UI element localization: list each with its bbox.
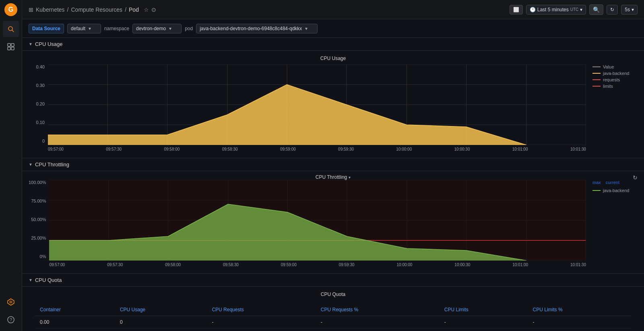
cpu-usage-chart-area: 0.40 0.30 0.20 0.10 0 — [29, 64, 638, 151]
legend-requests-line — [592, 79, 601, 80]
main-content: ⊞ Kubernetes / Compute Resources / Pod ☆… — [22, 0, 644, 331]
grid-icon: ⊞ — [29, 6, 33, 13]
star-icon[interactable]: ☆ — [144, 6, 149, 13]
svg-rect-4 — [8, 43, 10, 46]
cpu-throttling-y-axis: 100.00% 75.00% 50.00% 25.00% 0% — [29, 180, 46, 267]
breadcrumb-pod: Pod — [129, 6, 139, 13]
sidebar-item-plugin[interactable] — [3, 294, 19, 310]
legend-java-backend-line — [592, 73, 601, 74]
cpu-quota-chevron-icon: ▼ — [29, 278, 33, 282]
namespace-key: namespace — [104, 26, 129, 31]
legend-current-label: current — [606, 180, 619, 185]
svg-rect-5 — [11, 43, 14, 46]
clock-icon: 🕐 — [530, 7, 536, 12]
cpu-usage-y-axis: 0.40 0.30 0.20 0.10 0 — [29, 64, 45, 151]
time-range-picker[interactable]: 🕐 Last 5 minutes UTC ▾ — [526, 5, 586, 14]
cpu-throttling-legend: max current java-backend — [589, 180, 638, 267]
topbar-actions: ⬜ 🕐 Last 5 minutes UTC ▾ 🔍 ↻ 5s ▾ — [510, 4, 638, 15]
cpu-usage-x-axis: 09:57:00 09:57:30 09:58:00 09:58:30 09:5… — [48, 147, 586, 151]
legend-throttling-java-line — [592, 190, 601, 191]
cpu-quota-chart-title: CPU Quota — [29, 292, 638, 297]
breadcrumb-compute[interactable]: Compute Resources — [71, 6, 123, 13]
time-range-label: Last 5 minutes — [537, 7, 569, 12]
namespace-select[interactable]: devtron-demo — [132, 24, 182, 33]
cpu-quota-tbody: 0.00 0 - - - - — [35, 316, 631, 329]
screen-icon: ⬜ — [513, 7, 519, 12]
col-container: Container — [35, 304, 115, 316]
cpu-throttling-chart-area: 100.00% 75.00% 50.00% 25.00% 0% — [29, 180, 638, 267]
cpu-throttling-chart-main: 09:57:00 09:57:30 09:58:00 09:58:30 09:5… — [49, 180, 586, 267]
cpu-usage-chevron-icon: ▼ — [29, 42, 33, 46]
cpu-throttling-header[interactable]: ▼ CPU Throttling — [22, 158, 644, 171]
pod-key: pod — [185, 26, 193, 31]
svg-line-3 — [12, 30, 14, 32]
interval-chevron-icon: ▾ — [632, 7, 634, 12]
legend-value-line — [592, 66, 601, 67]
cell-cpu-requests: - — [207, 316, 316, 329]
cpu-quota-header[interactable]: ▼ CPU Quota — [22, 274, 644, 287]
legend-item-value: Value — [592, 64, 638, 69]
cpu-throttling-chart-title: CPU Throttling ▾ — [29, 174, 638, 180]
cpu-usage-header[interactable]: ▼ CPU Usage — [22, 38, 644, 51]
cpu-throttling-svg — [49, 180, 586, 262]
topbar: ⊞ Kubernetes / Compute Resources / Pod ☆… — [22, 0, 644, 19]
cpu-usage-chart-container: CPU Usage 0.40 0.30 0.20 0.10 0 — [22, 51, 644, 158]
breadcrumb-kubernetes[interactable]: Kubernetes — [36, 6, 65, 13]
chart-refresh-icon[interactable]: ↻ — [633, 174, 638, 181]
cell-cpu-usage: 0 — [115, 316, 207, 329]
datasource-select[interactable]: default — [67, 24, 101, 33]
cell-cpu-limits-pct: - — [528, 316, 631, 329]
cpu-throttling-section: ▼ CPU Throttling ↻ CPU Throttling ▾ 100.… — [22, 158, 644, 274]
cell-cpu-limits: - — [440, 316, 528, 329]
screen-button[interactable]: ⬜ — [510, 5, 523, 14]
cpu-usage-chart-main: 09:57:00 09:57:30 09:58:00 09:58:30 09:5… — [48, 64, 586, 151]
table-row: 0.00 0 - - - - — [35, 316, 631, 329]
filterbar: Data Source default namespace devtron-de… — [22, 19, 644, 38]
cell-cpu-requests-pct: - — [316, 316, 440, 329]
col-cpu-limits-pct: CPU Limits % — [528, 304, 631, 316]
svg-rect-7 — [11, 47, 14, 50]
svg-text:?: ? — [10, 317, 12, 322]
cpu-usage-chart-title: CPU Usage — [29, 56, 638, 61]
cpu-usage-title: CPU Usage — [35, 41, 63, 47]
refresh-button[interactable]: ↻ — [607, 5, 618, 14]
sidebar-item-search[interactable] — [3, 21, 19, 37]
content-area: ▼ CPU Usage CPU Usage 0.40 0.30 0.20 0.1… — [22, 38, 644, 331]
legend-max-label: max — [592, 180, 601, 185]
cpu-quota-chart-container: CPU Quota Container CPU Usage CPU Reques… — [22, 287, 644, 331]
cpu-usage-legend: Value java-backend requests limits — [589, 64, 638, 151]
breadcrumb-sep-1: / — [67, 6, 69, 13]
legend-item-java-backend: java-backend — [592, 71, 638, 76]
svg-marker-9 — [9, 300, 12, 304]
share-icon[interactable]: ⊙ — [151, 6, 156, 13]
cpu-quota-thead: Container CPU Usage CPU Requests CPU Req… — [35, 304, 631, 316]
col-cpu-usage: CPU Usage — [115, 304, 207, 316]
app-logo[interactable]: G — [4, 3, 17, 16]
datasource-value: default — [71, 26, 85, 31]
legend-item-requests: requests — [592, 77, 638, 82]
datasource-label: Data Source — [29, 24, 64, 33]
title-dropdown-icon[interactable]: ▾ — [349, 175, 351, 180]
cpu-usage-section: ▼ CPU Usage CPU Usage 0.40 0.30 0.20 0.1… — [22, 38, 644, 158]
cpu-usage-svg — [48, 64, 586, 146]
col-cpu-requests-pct: CPU Requests % — [316, 304, 440, 316]
svg-text:G: G — [8, 6, 13, 13]
sidebar-item-help[interactable]: ? — [3, 312, 19, 328]
zoom-icon: 🔍 — [593, 6, 600, 13]
cpu-throttling-x-axis: 09:57:00 09:57:30 09:58:00 09:58:30 09:5… — [49, 263, 586, 267]
zoom-out-button[interactable]: 🔍 — [589, 4, 603, 15]
pod-select[interactable]: java-backend-devtron-demo-6948c8c484-qdk… — [196, 24, 318, 33]
legend-item-throttling-java: java-backend — [592, 188, 638, 193]
sidebar-item-dashboard[interactable] — [3, 39, 19, 55]
col-cpu-limits: CPU Limits — [440, 304, 528, 316]
refresh-icon: ↻ — [610, 7, 614, 12]
cpu-throttling-title: CPU Throttling — [35, 161, 69, 168]
sidebar: G ? — [0, 0, 22, 331]
cpu-quota-title: CPU Quota — [35, 277, 62, 283]
sidebar-bottom: ? — [3, 294, 19, 328]
svg-rect-6 — [8, 47, 10, 50]
legend-throttling-java-text: java-backend — [603, 188, 629, 193]
cell-container: 0.00 — [35, 316, 115, 329]
cpu-quota-header-row: Container CPU Usage CPU Requests CPU Req… — [35, 304, 631, 316]
refresh-interval-select[interactable]: 5s ▾ — [621, 5, 638, 14]
